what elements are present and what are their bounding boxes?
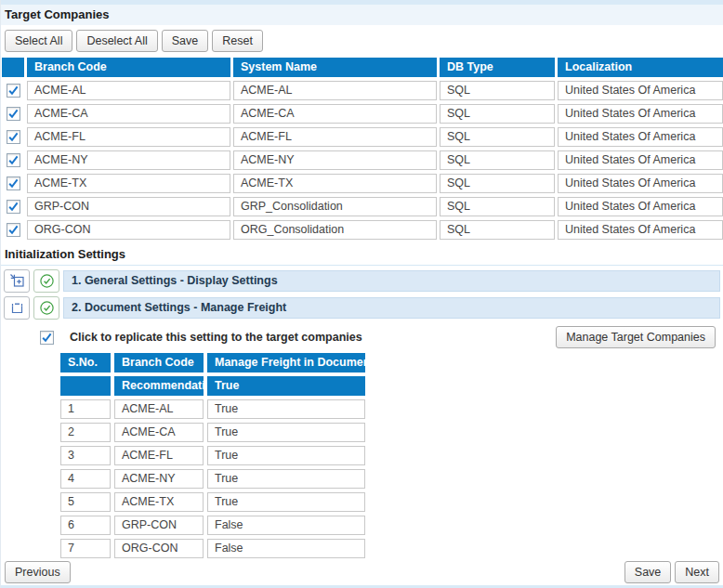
wizard-page: Target Companies Select All Deselect All…: [0, 0, 723, 588]
reset-button[interactable]: Reset: [212, 30, 263, 52]
inner-column-header-branch-code: Branch Code: [114, 353, 204, 372]
sno-cell: 4: [60, 469, 111, 489]
row-checkbox[interactable]: [7, 223, 20, 237]
localization-cell: United States Of America: [558, 81, 723, 100]
db-type-cell: SQL: [440, 150, 555, 170]
row-checkbox[interactable]: [7, 84, 20, 98]
table-row-checkbox-cell: [2, 81, 24, 100]
branch-code-cell: ACME-TX: [114, 492, 204, 512]
check-circle-icon: [39, 300, 55, 316]
check-circle-icon: [39, 273, 55, 289]
localization-cell: United States Of America: [558, 127, 723, 147]
branch-code-cell: ORG-CON: [114, 539, 204, 558]
manage-freight-table: S.No. Branch Code Manage Freight in Docu…: [60, 353, 723, 558]
save-companies-button[interactable]: Save: [162, 30, 209, 52]
system-name-cell: ACME-CA: [233, 104, 437, 124]
system-name-cell: ACME-TX: [233, 174, 437, 193]
next-button[interactable]: Next: [675, 561, 719, 583]
section-title-target-companies: Target Companies: [1, 5, 723, 25]
sno-cell: 5: [60, 492, 111, 512]
inner-subheader-recommendation: Recommendation: [114, 376, 204, 396]
table-row-checkbox-cell: [2, 197, 24, 216]
localization-cell: United States Of America: [558, 220, 723, 240]
branch-code-cell: GRP-CON: [27, 197, 230, 216]
branch-code-cell: ORG-CON: [27, 220, 230, 240]
replicate-checkbox[interactable]: [40, 331, 54, 345]
db-type-cell: SQL: [440, 174, 555, 193]
section-complete-button[interactable]: [33, 296, 59, 320]
branch-code-cell: ACME-CA: [27, 104, 230, 124]
row-checkbox[interactable]: [7, 107, 20, 121]
db-type-cell: SQL: [440, 220, 555, 240]
select-all-button[interactable]: Select All: [5, 30, 72, 52]
accordion-header-document-settings[interactable]: 2. Document Settings - Manage Freight: [63, 297, 720, 319]
branch-code-cell: ACME-AL: [27, 81, 230, 100]
branch-code-cell: ACME-AL: [114, 399, 204, 419]
system-name-cell: ORG_Consolidation: [233, 220, 437, 240]
localization-cell: United States Of America: [558, 197, 723, 216]
db-type-cell: SQL: [440, 127, 555, 147]
inner-subheader-value: True: [207, 376, 365, 396]
freight-value-cell: False: [207, 516, 365, 535]
column-header-db-type: DB Type: [440, 58, 555, 77]
table-row-checkbox-cell: [2, 104, 24, 124]
sno-cell: 3: [60, 446, 111, 465]
section-title-initialization-settings: Initialization Settings: [1, 243, 723, 266]
freight-value-cell: True: [207, 399, 365, 419]
expand-section-icon: [9, 273, 25, 289]
branch-code-cell: ACME-FL: [27, 127, 230, 147]
column-header-checkbox: [2, 58, 24, 77]
row-checkbox[interactable]: [7, 176, 20, 190]
system-name-cell: ACME-NY: [233, 150, 437, 170]
system-name-cell: ACME-FL: [233, 127, 437, 147]
replicate-setting-row: Click to replicate this setting to the t…: [40, 326, 716, 348]
previous-button[interactable]: Previous: [5, 561, 71, 583]
branch-code-cell: ACME-CA: [114, 423, 204, 442]
manage-target-companies-button[interactable]: Manage Target Companies: [556, 326, 716, 348]
db-type-cell: SQL: [440, 104, 555, 124]
inner-column-header-manage-freight: Manage Freight in Documents: [207, 353, 365, 372]
sno-cell: 1: [60, 399, 111, 419]
row-checkbox[interactable]: [7, 153, 20, 167]
system-name-cell: GRP_Consolidation: [233, 197, 437, 216]
table-row-checkbox-cell: [2, 220, 24, 240]
column-header-localization: Localization: [558, 58, 723, 77]
row-checkbox[interactable]: [7, 130, 20, 144]
branch-code-cell: ACME-NY: [27, 150, 230, 170]
branch-code-cell: ACME-NY: [114, 469, 204, 489]
db-type-cell: SQL: [440, 197, 555, 216]
sno-cell: 7: [60, 539, 111, 558]
collapse-section-button[interactable]: [4, 296, 30, 320]
column-header-system-name: System Name: [233, 58, 437, 77]
localization-cell: United States Of America: [558, 150, 723, 170]
branch-code-cell: GRP-CON: [114, 516, 204, 535]
db-type-cell: SQL: [440, 81, 555, 100]
localization-cell: United States Of America: [558, 174, 723, 193]
freight-value-cell: True: [207, 492, 365, 512]
freight-value-cell: True: [207, 446, 365, 465]
companies-toolbar: Select All Deselect All Save Reset: [1, 25, 723, 56]
accordion-header-general-settings[interactable]: 1. General Settings - Display Settings: [63, 270, 720, 292]
inner-column-header-sno: S.No.: [60, 353, 111, 372]
target-companies-table: Branch Code System Name DB Type Localiza…: [1, 58, 723, 240]
column-header-branch-code: Branch Code: [27, 58, 230, 77]
table-row-checkbox-cell: [2, 127, 24, 147]
collapse-section-icon: [9, 300, 25, 316]
branch-code-cell: ACME-TX: [27, 174, 230, 193]
inner-subheader-empty: [60, 376, 111, 396]
accordion-section-document-settings: 2. Document Settings - Manage Freight: [1, 296, 723, 320]
system-name-cell: ACME-AL: [233, 81, 437, 100]
freight-value-cell: False: [207, 539, 365, 558]
row-checkbox[interactable]: [7, 200, 20, 214]
expand-section-button[interactable]: [4, 269, 30, 293]
table-row-checkbox-cell: [2, 174, 24, 193]
freight-value-cell: True: [207, 469, 365, 489]
replicate-checkbox-label: Click to replicate this setting to the t…: [70, 331, 362, 344]
save-button[interactable]: Save: [624, 561, 672, 583]
freight-value-cell: True: [207, 423, 365, 442]
wizard-footer: Previous Save Next: [5, 561, 719, 583]
sno-cell: 2: [60, 423, 111, 442]
accordion-section-general-settings: 1. General Settings - Display Settings: [1, 269, 723, 293]
deselect-all-button[interactable]: Deselect All: [76, 30, 157, 52]
section-complete-button[interactable]: [33, 269, 59, 293]
